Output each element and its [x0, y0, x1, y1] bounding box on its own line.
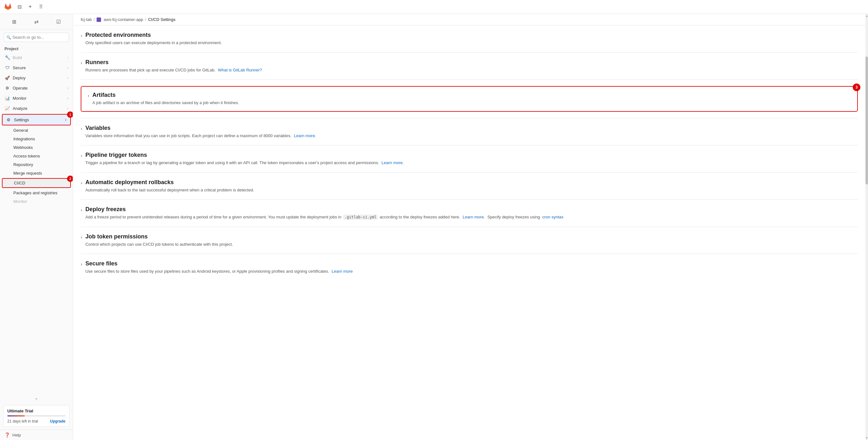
- subnav-cicd[interactable]: CI/CD: [3, 179, 70, 187]
- sidebar-item-label: Build: [13, 55, 22, 60]
- section-desc-variables: Variables store information that you can…: [86, 133, 316, 139]
- subnav-general[interactable]: General: [0, 126, 73, 135]
- subnav-merge-requests[interactable]: Merge requests: [0, 169, 73, 177]
- sidebar-item-monitor[interactable]: 📊 Monitor ›: [0, 93, 73, 103]
- sidebar-toggle-btn[interactable]: ⊟: [14, 2, 24, 12]
- secure-icon: 🛡: [4, 65, 10, 70]
- help-item[interactable]: ❓ Help: [0, 430, 73, 440]
- section-title-protected-env: Protected environments: [86, 32, 222, 38]
- sidebar-item-settings[interactable]: ⚙ Settings ∨: [3, 114, 70, 125]
- breadcrumb-part-2[interactable]: aws-fcj-container-app: [103, 17, 143, 22]
- section-title-variables: Variables: [86, 125, 316, 131]
- cicd-border-box: CI/CD: [2, 178, 71, 188]
- chevron-right-icon: ›: [67, 76, 68, 80]
- merge-requests-btn[interactable]: ⇄: [31, 16, 41, 27]
- section-desc-job-token: Control which projects can use CI/CD job…: [86, 241, 233, 248]
- chevron-right-icon: ›: [67, 56, 68, 59]
- settings-border-box: ⚙ Settings ∨: [2, 114, 71, 125]
- section-job-token-permissions: › Job token permissions Control which pr…: [81, 227, 858, 254]
- settings-badge: 1: [67, 111, 73, 118]
- chevron-right-icon: ›: [67, 106, 68, 110]
- scrollbar-thumb[interactable]: [865, 57, 868, 184]
- search-icon: 🔍: [6, 35, 11, 40]
- section-toggle-job-token[interactable]: ›: [81, 235, 82, 240]
- section-variables: › Variables Variables store information …: [81, 118, 858, 146]
- chevron-down-icon: ∨: [64, 118, 67, 122]
- sidebar-item-label: Analyze: [13, 106, 27, 111]
- section-toggle-pipeline-trigger[interactable]: ›: [81, 153, 82, 158]
- sidebar-item-label: Operate: [13, 86, 28, 91]
- pipeline-trigger-learn-link[interactable]: Learn more.: [381, 160, 404, 165]
- chevron-right-icon: ›: [67, 86, 68, 90]
- gitlab-ci-code: .gitlab-ci.yml: [343, 214, 378, 220]
- sidebar-section-title: Project: [0, 45, 73, 53]
- content-scroll-area: › Protected environments Only specified …: [73, 25, 865, 440]
- sidebar: ⊞ ⇄ ☑ 🔍 Project 🔧 Build › 🛡 Secure ›: [0, 14, 73, 440]
- sidebar-item-build[interactable]: 🔧 Build ›: [0, 53, 73, 63]
- sidebar-item-operate[interactable]: ⚙ Operate ›: [0, 83, 73, 93]
- cron-syntax-link[interactable]: cron syntax: [542, 214, 563, 219]
- breadcrumb: fcj-lab / aws-fcj-container-app / CI/CD …: [73, 14, 865, 25]
- section-toggle-protected-env[interactable]: ›: [81, 33, 82, 38]
- section-desc-auto-rollback: Automatically roll back to the last succ…: [86, 187, 254, 193]
- scrollbar-track: ▲ ▼: [865, 14, 868, 440]
- monitor-icon: 📊: [4, 95, 10, 101]
- issues-btn[interactable]: ☑: [53, 16, 64, 27]
- runners-learn-link[interactable]: What is GitLab Runner?: [218, 68, 262, 72]
- sidebar-item-analyze[interactable]: 📈 Analyze ›: [0, 103, 73, 113]
- chevron-right-icon: ›: [67, 96, 68, 100]
- trial-progress-bar-container: [7, 415, 65, 416]
- secure-files-learn-link[interactable]: Learn more: [332, 269, 353, 274]
- sidebar-item-label: Monitor: [13, 96, 26, 101]
- trial-progress-bar: [7, 415, 25, 416]
- upgrade-button[interactable]: Upgrade: [50, 419, 65, 424]
- deploy-freezes-learn-link[interactable]: Learn more.: [463, 214, 485, 219]
- breadcrumb-part-1[interactable]: fcj-lab: [81, 17, 92, 22]
- section-desc-pipeline-trigger: Trigger a pipeline for a branch or tag b…: [86, 160, 404, 166]
- section-desc-deploy-freezes: Add a freeze period to prevent unintende…: [86, 214, 564, 220]
- section-title-job-token: Job token permissions: [86, 233, 233, 240]
- sidebar-item-secure[interactable]: 🛡 Secure ›: [0, 63, 73, 73]
- subnav-repository[interactable]: Repository: [0, 160, 73, 169]
- section-desc-runners: Runners are processes that pick up and e…: [86, 67, 262, 73]
- section-toggle-secure-files[interactable]: ›: [81, 262, 82, 267]
- section-title-deploy-freezes: Deploy freezes: [86, 206, 564, 213]
- sidebar-nav: 🔧 Build › 🛡 Secure › 🚀 Deploy › ⚙ Operat…: [0, 53, 73, 396]
- new-item-btn[interactable]: +: [25, 2, 35, 12]
- sidebar-item-deploy[interactable]: 🚀 Deploy ›: [0, 73, 73, 83]
- section-toggle-auto-rollback[interactable]: ›: [81, 180, 82, 185]
- analyze-icon: 📈: [4, 105, 10, 111]
- artifacts-badge: 3: [853, 83, 860, 91]
- variables-learn-link[interactable]: Learn more.: [294, 133, 316, 138]
- trial-days-left: 21 days left in trial: [7, 419, 38, 424]
- sidebar-scroll-indicator: ▼: [0, 396, 73, 403]
- scroll-down-arrow[interactable]: ▼: [865, 437, 868, 439]
- section-title-secure-files: Secure files: [86, 260, 353, 267]
- section-toggle-variables[interactable]: ›: [81, 126, 82, 131]
- section-toggle-runners[interactable]: ›: [81, 60, 82, 65]
- build-icon: 🔧: [4, 55, 10, 60]
- subnav-packages-registries[interactable]: Packages and registries: [0, 189, 73, 197]
- section-toggle-deploy-freezes[interactable]: ›: [81, 207, 82, 212]
- chevron-right-icon: ›: [67, 66, 68, 70]
- search-input[interactable]: [4, 33, 69, 42]
- settings-icon: ⚙: [6, 117, 11, 123]
- deploy-icon: 🚀: [4, 75, 10, 81]
- search-bar: 🔍: [4, 33, 69, 42]
- sidebar-panel-btn[interactable]: ⊞: [9, 16, 20, 27]
- subnav-monitor-sub[interactable]: Monitor: [0, 197, 73, 206]
- breadcrumb-sep-1: /: [94, 17, 95, 22]
- subnav-access-tokens[interactable]: Access tokens: [0, 152, 73, 160]
- subnav-webhooks[interactable]: Webhooks: [0, 143, 73, 152]
- cicd-badge: 2: [67, 175, 73, 182]
- scroll-up-arrow[interactable]: ▲: [865, 14, 868, 18]
- section-toggle-artifacts[interactable]: ›: [88, 93, 89, 98]
- sidebar-item-label: Settings: [14, 117, 29, 122]
- breadcrumb-current: CI/CD Settings: [148, 17, 175, 22]
- subnav-integrations[interactable]: Integrations: [0, 135, 73, 143]
- gitlab-logo[interactable]: [4, 2, 12, 11]
- sidebar-item-label: Deploy: [13, 75, 25, 80]
- section-desc-protected-env: Only specified users can execute deploym…: [86, 40, 222, 46]
- grid-menu-btn[interactable]: ⠿: [36, 2, 46, 12]
- sidebar-item-label: Secure: [13, 65, 26, 70]
